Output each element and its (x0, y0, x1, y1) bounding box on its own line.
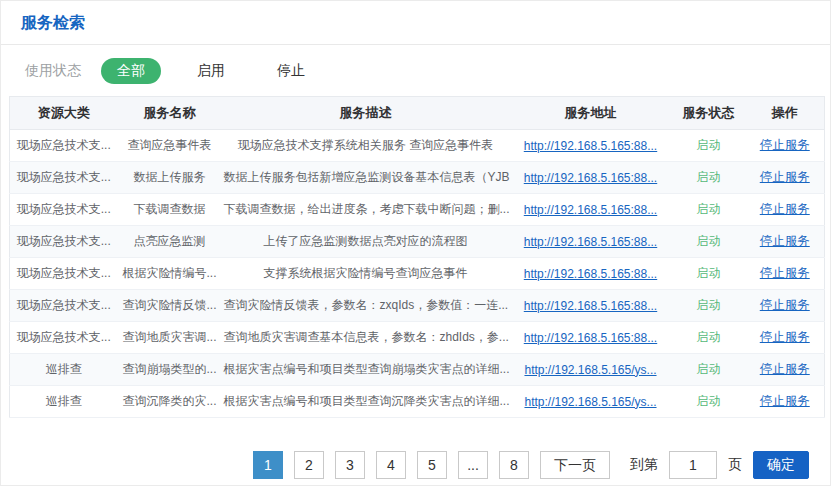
cell-category: 现场应急技术支... (10, 258, 118, 290)
cell-category: 巡排查 (10, 354, 118, 386)
stop-service-link[interactable]: 停止服务 (760, 170, 810, 184)
cell-description: 根据灾害点编号和项目类型查询沉降类灾害点的详细... (222, 386, 510, 418)
cell-status: 启动 (672, 226, 746, 258)
services-table: 资源大类 服务名称 服务描述 服务地址 服务状态 操作 现场应急技术支...查询… (9, 96, 825, 418)
cell-name: 根据灾险情编号... (118, 258, 222, 290)
cell-action: 停止服务 (746, 194, 825, 226)
page-ellipsis-button[interactable]: ... (458, 451, 488, 479)
cell-url: http://192.168.5.165:88... (510, 226, 672, 258)
cell-url: http://192.168.5.165:88... (510, 258, 672, 290)
cell-name: 查询沉降类的灾... (118, 386, 222, 418)
cell-action: 停止服务 (746, 322, 825, 354)
confirm-page-button[interactable]: 确定 (753, 451, 809, 479)
filter-tab-2[interactable]: 停止 (261, 58, 321, 84)
service-url-link[interactable]: http://192.168.5.165/ys... (524, 363, 656, 377)
page-button-8[interactable]: 8 (499, 451, 529, 479)
goto-page-suffix: 页 (728, 456, 742, 474)
col-header-url: 服务地址 (510, 97, 672, 130)
col-header-name: 服务名称 (118, 97, 222, 130)
pagination: 12345...8 下一页 到第 页 确定 (1, 451, 830, 479)
service-url-link[interactable]: http://192.168.5.165:88... (524, 203, 657, 217)
page-button-3[interactable]: 3 (335, 451, 365, 479)
cell-action: 停止服务 (746, 354, 825, 386)
cell-url: http://192.168.5.165:88... (510, 162, 672, 194)
cell-action: 停止服务 (746, 130, 825, 162)
stop-service-link[interactable]: 停止服务 (760, 394, 810, 408)
page-title: 服务检索 (21, 13, 810, 34)
status-text: 启动 (697, 202, 721, 216)
cell-action: 停止服务 (746, 226, 825, 258)
stop-service-link[interactable]: 停止服务 (760, 362, 810, 376)
cell-status: 启动 (672, 386, 746, 418)
status-text: 启动 (697, 362, 721, 376)
cell-url: http://192.168.5.165:88... (510, 130, 672, 162)
cell-description: 支撑系统根据灾险情编号查询应急事件 (222, 258, 510, 290)
service-url-link[interactable]: http://192.168.5.165:88... (524, 171, 657, 185)
cell-category: 现场应急技术支... (10, 162, 118, 194)
page-button-1[interactable]: 1 (253, 451, 283, 479)
status-filter-tabs: 全部启用停止 (101, 58, 321, 84)
cell-url: http://192.168.5.165/ys... (510, 354, 672, 386)
status-text: 启动 (697, 234, 721, 248)
col-header-category: 资源大类 (10, 97, 118, 130)
cell-status: 启动 (672, 258, 746, 290)
service-search-panel: 服务检索 使用状态 全部启用停止 资源大类 服务名称 服务描述 服务地址 服务状… (0, 0, 831, 486)
cell-category: 现场应急技术支... (10, 290, 118, 322)
filter-label: 使用状态 (25, 62, 81, 80)
cell-status: 启动 (672, 322, 746, 354)
service-url-link[interactable]: http://192.168.5.165/ys... (524, 395, 656, 409)
filter-tab-0[interactable]: 全部 (101, 58, 161, 84)
cell-category: 现场应急技术支... (10, 322, 118, 354)
cell-description: 下载调查数据，给出进度条，考虑下载中断问题；删... (222, 194, 510, 226)
status-text: 启动 (697, 330, 721, 344)
goto-page-input[interactable] (669, 451, 717, 479)
table-row: 现场应急技术支...查询地质灾害调...查询地质灾害调查基本信息表，参数名：zh… (10, 322, 825, 354)
stop-service-link[interactable]: 停止服务 (760, 298, 810, 312)
service-url-link[interactable]: http://192.168.5.165:88... (524, 235, 657, 249)
table-row: 现场应急技术支...查询应急事件表现场应急技术支撑系统相关服务 查询应急事件表h… (10, 130, 825, 162)
cell-category: 现场应急技术支... (10, 194, 118, 226)
status-text: 启动 (697, 138, 721, 152)
cell-description: 现场应急技术支撑系统相关服务 查询应急事件表 (222, 130, 510, 162)
table-row: 现场应急技术支...查询灾险情反馈...查询灾险情反馈表，参数名：zxqIds，… (10, 290, 825, 322)
cell-category: 现场应急技术支... (10, 226, 118, 258)
table-row: 现场应急技术支...下载调查数据下载调查数据，给出进度条，考虑下载中断问题；删.… (10, 194, 825, 226)
col-header-description: 服务描述 (222, 97, 510, 130)
status-text: 启动 (697, 298, 721, 312)
cell-name: 查询崩塌类型的... (118, 354, 222, 386)
filter-tab-1[interactable]: 启用 (181, 58, 241, 84)
page-button-4[interactable]: 4 (376, 451, 406, 479)
service-url-link[interactable]: http://192.168.5.165:88... (524, 331, 657, 345)
cell-category: 现场应急技术支... (10, 130, 118, 162)
service-url-link[interactable]: http://192.168.5.165:88... (524, 299, 657, 313)
stop-service-link[interactable]: 停止服务 (760, 202, 810, 216)
stop-service-link[interactable]: 停止服务 (760, 234, 810, 248)
services-table-head: 资源大类 服务名称 服务描述 服务地址 服务状态 操作 (10, 97, 825, 130)
cell-name: 查询应急事件表 (118, 130, 222, 162)
goto-page-prefix: 到第 (630, 456, 658, 474)
cell-action: 停止服务 (746, 386, 825, 418)
page-button-2[interactable]: 2 (294, 451, 324, 479)
cell-description: 上传了应急监测数据点亮对应的流程图 (222, 226, 510, 258)
page-button-5[interactable]: 5 (417, 451, 447, 479)
cell-status: 启动 (672, 194, 746, 226)
status-text: 启动 (697, 394, 721, 408)
stop-service-link[interactable]: 停止服务 (760, 138, 810, 152)
table-row: 现场应急技术支...根据灾险情编号...支撑系统根据灾险情编号查询应急事件htt… (10, 258, 825, 290)
service-url-link[interactable]: http://192.168.5.165:88... (524, 139, 657, 153)
table-row: 现场应急技术支...点亮应急监测上传了应急监测数据点亮对应的流程图http://… (10, 226, 825, 258)
stop-service-link[interactable]: 停止服务 (760, 266, 810, 280)
cell-description: 根据灾害点编号和项目类型查询崩塌类灾害点的详细... (222, 354, 510, 386)
cell-description: 数据上传服务包括新增应急监测设备基本信息表（YJB... (222, 162, 510, 194)
service-url-link[interactable]: http://192.168.5.165:88... (524, 267, 657, 281)
table-row: 巡排查查询崩塌类型的...根据灾害点编号和项目类型查询崩塌类灾害点的详细...h… (10, 354, 825, 386)
next-page-button[interactable]: 下一页 (540, 451, 610, 479)
cell-name: 数据上传服务 (118, 162, 222, 194)
filter-bar: 使用状态 全部启用停止 (1, 45, 830, 96)
cell-name: 查询灾险情反馈... (118, 290, 222, 322)
cell-name: 查询地质灾害调... (118, 322, 222, 354)
stop-service-link[interactable]: 停止服务 (760, 330, 810, 344)
cell-status: 启动 (672, 130, 746, 162)
cell-description: 查询灾险情反馈表，参数名：zxqIds，参数值：一连... (222, 290, 510, 322)
cell-category: 巡排查 (10, 386, 118, 418)
